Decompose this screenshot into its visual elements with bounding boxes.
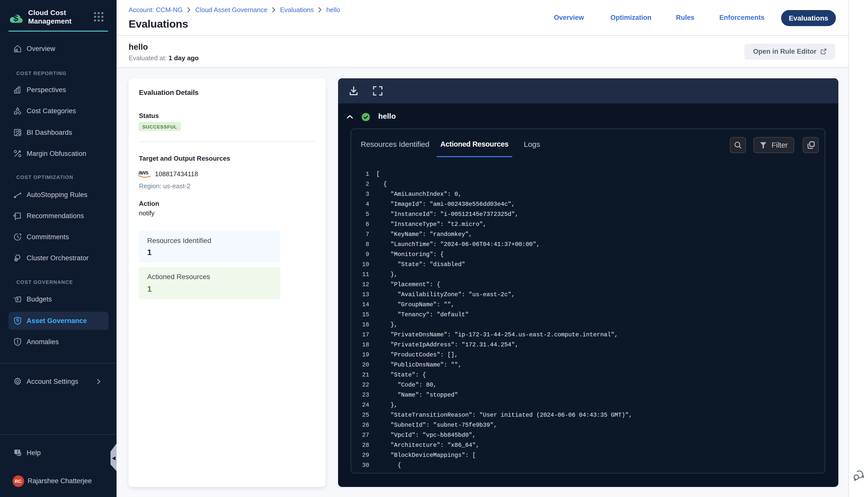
svg-text:aws: aws xyxy=(138,170,148,176)
svg-text:$: $ xyxy=(14,13,18,23)
